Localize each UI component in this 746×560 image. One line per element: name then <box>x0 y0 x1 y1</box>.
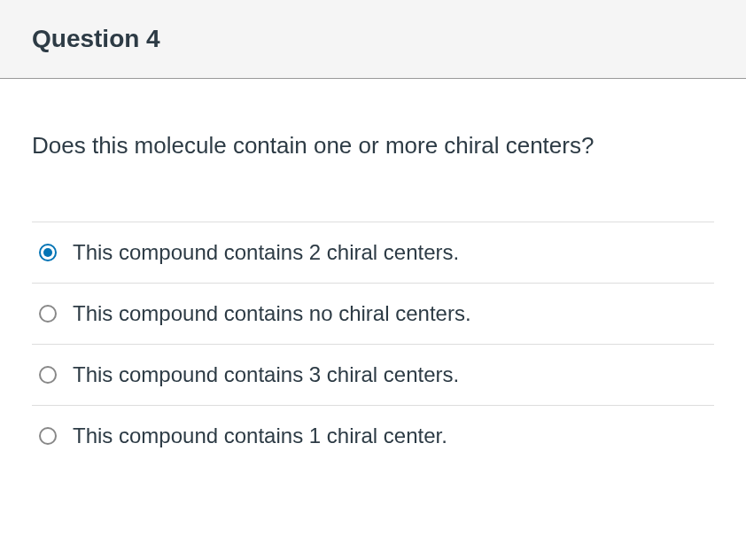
option-row-0[interactable]: This compound contains 2 chiral centers. <box>32 222 714 284</box>
option-row-3[interactable]: This compound contains 1 chiral center. <box>32 406 714 466</box>
radio-circle-icon <box>39 305 57 323</box>
options-container: This compound contains 2 chiral centers.… <box>32 222 714 466</box>
question-header: Question 4 <box>0 0 746 79</box>
radio-circle-icon <box>39 366 57 384</box>
radio-button-0[interactable] <box>39 244 57 261</box>
question-body: Does this molecule contain one or more c… <box>0 79 746 484</box>
option-label: This compound contains no chiral centers… <box>73 301 471 326</box>
option-label: This compound contains 2 chiral centers. <box>73 240 459 265</box>
radio-circle-icon <box>39 427 57 445</box>
option-row-1[interactable]: This compound contains no chiral centers… <box>32 284 714 345</box>
question-text: Does this molecule contain one or more c… <box>32 132 714 159</box>
radio-dot-icon <box>43 248 52 257</box>
radio-circle-icon <box>39 244 57 261</box>
option-row-2[interactable]: This compound contains 3 chiral centers. <box>32 345 714 406</box>
radio-button-1[interactable] <box>39 305 57 323</box>
option-label: This compound contains 1 chiral center. <box>73 424 447 448</box>
radio-button-3[interactable] <box>39 427 57 445</box>
radio-button-2[interactable] <box>39 366 57 384</box>
question-title: Question 4 <box>32 25 714 53</box>
option-label: This compound contains 3 chiral centers. <box>73 362 459 387</box>
